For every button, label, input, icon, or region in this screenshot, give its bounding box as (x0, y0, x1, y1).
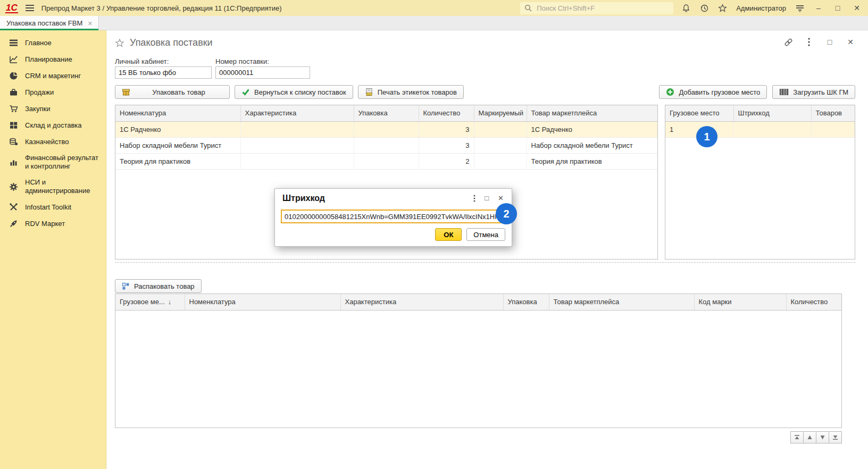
cabinet-field[interactable] (115, 66, 212, 79)
sidebar-item-rdv-market[interactable]: RDV Маркет (0, 215, 106, 232)
dialog-maximize-button[interactable]: □ (485, 194, 489, 202)
main-menu-icon[interactable] (26, 5, 34, 11)
form-close-button[interactable]: ✕ (846, 37, 855, 47)
items-row-1[interactable]: 1С Радченко 3 1С Радченко (115, 121, 657, 137)
check-icon (241, 88, 250, 96)
items-row-3[interactable]: Теория для практиков 2 Теория для практи… (115, 153, 657, 169)
move-to-bottom-icon[interactable] (829, 431, 842, 443)
window-maximize-button[interactable]: □ (832, 0, 844, 16)
col-nomenclature[interactable]: Номенклатура (115, 105, 240, 121)
form-maximize-button[interactable]: □ (825, 37, 834, 47)
sidebar-item-finance[interactable]: Финансовый результат и контроллинг (0, 150, 106, 174)
move-up-icon[interactable] (803, 431, 816, 443)
sidebar-item-admin[interactable]: НСИ и администрирование (0, 174, 106, 199)
search-icon (524, 4, 532, 12)
sidebar: Главное Планирование CRM и маркетинг Про… (0, 30, 106, 469)
supply-number-field-label: Номер поставки: (215, 57, 269, 65)
annotation-badge-2: 2 (496, 203, 517, 224)
titlebar: 1С Препрод Маркет 3 / Управление торговл… (0, 0, 868, 16)
cargo-places-table: Грузовое место Штрихкод Товаров 1 (665, 105, 855, 259)
packed-items-table: Грузовое ме...↓ Номенклатура Характерист… (115, 294, 842, 428)
sort-descending-icon: ↓ (168, 298, 172, 306)
sidebar-item-planning[interactable]: Планирование (0, 51, 106, 68)
items-row-2[interactable]: Набор складной мебели Турист 3 Набор скл… (115, 137, 657, 153)
col-barcode[interactable]: Штрихкод (733, 105, 811, 121)
dialog-more-menu-icon[interactable] (473, 195, 475, 202)
svg-text:1.0: 1.0 (367, 94, 370, 96)
col-marketplace-item[interactable]: Товар маркетплейса (527, 105, 657, 121)
package-icon (122, 88, 130, 96)
app-title: Препрод Маркет 3 / Управление торговлей,… (41, 4, 282, 12)
warehouse-grid-icon (9, 121, 18, 130)
get-link-icon[interactable] (783, 37, 793, 47)
window-close-button[interactable]: ✕ (851, 0, 863, 16)
search-input[interactable] (536, 4, 669, 13)
sidebar-item-crm[interactable]: CRM и маркетинг (0, 68, 106, 84)
briefcase-icon (9, 88, 18, 97)
col-package[interactable]: Упаковка (503, 294, 549, 310)
coins-icon (9, 137, 18, 146)
move-down-icon[interactable] (816, 431, 829, 443)
items-table-header: Номенклатура Характеристика Упаковка Кол… (115, 105, 657, 121)
col-quantity[interactable]: Количество (419, 105, 474, 121)
plus-circle-icon (666, 88, 674, 96)
dialog-title: Штрихкод (282, 194, 325, 203)
tab-close-icon[interactable]: × (88, 19, 92, 28)
notifications-bell-icon[interactable] (681, 3, 691, 13)
add-cargo-place-button[interactable]: Добавить грузовое место (659, 85, 767, 99)
menu-icon (9, 38, 18, 47)
col-marketplace-item[interactable]: Товар маркетплейса (549, 294, 694, 310)
col-nomenclature[interactable]: Номенклатура (185, 294, 340, 310)
more-menu-icon[interactable] (804, 37, 814, 47)
favorite-star-icon[interactable] (115, 38, 124, 48)
packing-form: Упаковка поставки □ ✕ Личный кабинет: Но… (107, 30, 868, 469)
barcode-input[interactable] (281, 210, 506, 223)
unpack-item-button[interactable]: Распаковать товар (115, 279, 202, 293)
print-labels-button[interactable]: 1.0 Печать этикеток товаров (358, 85, 464, 99)
planning-chart-icon (9, 55, 18, 64)
col-quantity[interactable]: Количество (786, 294, 841, 310)
cancel-button[interactable]: Отмена (466, 228, 505, 241)
pack-item-button[interactable]: Упаковать товар (115, 85, 230, 99)
tab-label: Упаковка поставок FBM (6, 19, 82, 27)
sidebar-item-infostart[interactable]: Infostart Toolkit (0, 199, 106, 215)
rocket-icon (9, 219, 18, 228)
tab-packing-fbm[interactable]: Упаковка поставок FBM × (0, 16, 99, 30)
sidebar-item-warehouse[interactable]: Склад и доставка (0, 117, 106, 133)
tab-bar: Упаковка поставок FBM × (0, 16, 868, 30)
service-menu-icon[interactable] (795, 3, 805, 13)
load-cargo-barcode-button[interactable]: Загрузить ШК ГМ (772, 85, 855, 99)
supply-number-field[interactable] (215, 66, 310, 79)
col-characteristic[interactable]: Характеристика (240, 105, 354, 121)
dialog-close-button[interactable]: ✕ (498, 194, 504, 202)
section-divider (115, 262, 855, 263)
move-to-top-icon[interactable] (790, 431, 804, 443)
back-to-supplies-button[interactable]: Вернуться к списку поставок (235, 85, 353, 99)
col-characteristic[interactable]: Характеристика (340, 294, 503, 310)
history-icon[interactable] (699, 3, 710, 13)
bar-chart-icon (9, 158, 18, 167)
ok-button[interactable]: ОК (435, 228, 462, 241)
sidebar-item-treasury[interactable]: Казначейство (0, 133, 106, 150)
favorites-star-icon[interactable] (717, 3, 728, 13)
1c-logo: 1С (5, 3, 18, 13)
window-minimize-button[interactable]: – (813, 0, 824, 16)
unpack-icon (122, 282, 130, 290)
col-cargo-place-sorted[interactable]: Грузовое ме...↓ (115, 294, 185, 310)
barcode-dialog: Штрихкод □ ✕ ОК Отмена (274, 188, 512, 247)
col-marked[interactable]: Маркируемый (474, 105, 527, 121)
col-goods-count[interactable]: Товаров (811, 105, 855, 121)
col-package[interactable]: Упаковка (354, 105, 419, 121)
sidebar-item-purchases[interactable]: Закупки (0, 100, 106, 117)
gear-icon (9, 182, 18, 191)
global-search[interactable] (520, 2, 673, 14)
cargo-row-1[interactable]: 1 (665, 121, 855, 137)
col-mark-code[interactable]: Код марки (694, 294, 786, 310)
current-user[interactable]: Администратор (735, 4, 787, 12)
cabinet-field-label: Личный кабинет: (115, 57, 169, 65)
col-cargo-place[interactable]: Грузовое место (665, 105, 733, 121)
sidebar-item-sales[interactable]: Продажи (0, 84, 106, 100)
tools-icon (9, 203, 18, 212)
pie-chart-icon (9, 71, 18, 80)
sidebar-item-main[interactable]: Главное (0, 35, 106, 51)
